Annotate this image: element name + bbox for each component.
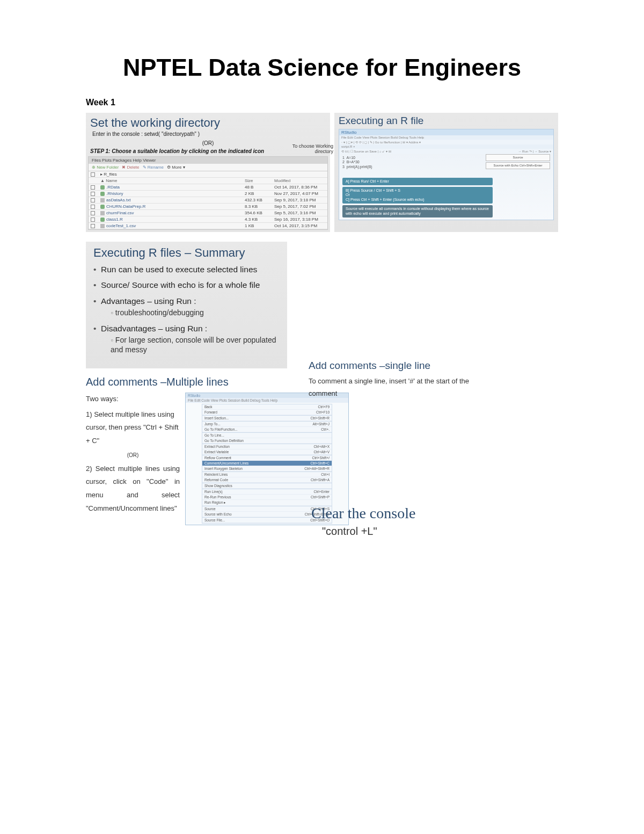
source-echo-button[interactable]: Source with Echo Ctrl+Shift+Enter (486, 162, 550, 169)
menu-item[interactable]: Go To File/Function...Ctrl+. (202, 427, 332, 432)
table-row[interactable]: .RData48 BOct 14, 2017, 8:36 PM (89, 184, 327, 191)
rstudio-window: RStudio File Edit Code View Plots Sessio… (339, 129, 554, 220)
file-icon (100, 211, 105, 215)
summary-list: Run can be used to execute selected line… (93, 264, 281, 354)
checkbox[interactable] (91, 205, 95, 209)
menu-item[interactable]: Run Line(s)Ctrl+Enter (202, 489, 332, 495)
clear-body: "control +L" (311, 525, 472, 538)
wd-balloon: To choose Workingdirectory (292, 144, 333, 155)
panel-summary: Executing R files – Summary Run can be u… (86, 242, 287, 368)
summary-b4-sub: For large section, console will be over … (111, 336, 281, 354)
checkbox[interactable] (91, 185, 95, 190)
file-icon (100, 217, 105, 222)
menu-item[interactable]: Extract FunctionCtrl+Alt+X (202, 444, 332, 449)
callout-b: B] Press Source / Ctrl + Shift + S Or C]… (342, 187, 493, 204)
panel-working-directory: Set the working directory Enter in the c… (86, 113, 330, 232)
checkbox[interactable] (91, 224, 95, 228)
exec-callouts: A] Press Run/ Ctrl + Enter B] Press Sour… (342, 176, 493, 217)
table-row[interactable]: .Rhistory2 KBNov 27, 2017, 4:07 PM (89, 191, 327, 197)
table-row[interactable]: codeTest_1.csv1 KBOct 14, 2017, 3:15 PM (89, 223, 327, 229)
summary-b1: Run can be used to execute selected line… (93, 264, 281, 274)
cmtM-or: (OR) (86, 450, 180, 460)
doc-title: NPTEL Data Science for Engineers (86, 54, 558, 82)
rstudio-toolbar[interactable]: ◦ ▾ | ◻ ▾ | ⟲ ⟳ | ◻ | ✎ | Go to file/fun… (339, 140, 553, 144)
menu-item[interactable]: Comment/Uncomment LinesCtrl+Shift+C (202, 461, 332, 466)
files-path[interactable]: ▸ R_files (89, 171, 327, 178)
menu-item[interactable]: Extract VariableCtrl+Alt+V (202, 449, 332, 455)
checkbox[interactable] (91, 217, 95, 222)
menu-item[interactable]: Jump To...Alt+Shift+J (202, 422, 332, 427)
week-label: Week 1 (86, 98, 558, 107)
menu-item[interactable]: Re-Run PreviousCtrl+Shift+P (202, 495, 332, 500)
callout-note: Source will execute all commands in cons… (342, 205, 493, 217)
menu-item[interactable]: Show Diagnostics (202, 483, 332, 489)
summary-heading: Executing R files – Summary (93, 246, 281, 260)
menu-item[interactable]: Go To Line... (202, 433, 332, 438)
file-icon (100, 192, 105, 196)
menu-item[interactable]: BackCtrl+F9 (202, 404, 332, 410)
wd-heading: Set the working directory (86, 113, 330, 131)
table-row[interactable]: CHURN-DataPrep.R8.3 KBSep 5, 2017, 7:02 … (89, 204, 327, 210)
menu-item[interactable]: Insert Roxygen SkeletonCtrl+Alt+Shift+R (202, 466, 332, 472)
cmtM-two: Two ways: (86, 393, 180, 406)
wd-console-instruction: Enter in the console : setwd( "directory… (86, 131, 330, 140)
rstudio-menubar[interactable]: File Edit Code View Plots Session Build … (339, 135, 553, 140)
clear-heading: Clear the console (311, 505, 472, 522)
exec-heading: Executing an R file (334, 113, 558, 128)
rstudio-titlebar: RStudio (339, 129, 553, 135)
rstudio-script-tab[interactable]: script.R × (339, 144, 553, 149)
summary-b4: Disadvantages – using Run : For large se… (93, 323, 281, 354)
summary-b2: Source/ Source with echo is for a whole … (93, 280, 281, 290)
source-button[interactable]: Source (486, 154, 550, 161)
cmtM-p1: 1) Select multiple lines using cursor, t… (86, 408, 180, 448)
files-header: ▲ Name Size Modified (89, 178, 327, 184)
panel-executing-rfile: Executing an R file RStudio File Edit Co… (334, 113, 558, 232)
checkbox[interactable] (91, 172, 95, 177)
table-row[interactable]: asDataAs.txt432.3 KBSep 9, 2017, 3:18 PM (89, 197, 327, 204)
table-row[interactable]: churnFinal.csv354.6 KBSep 5, 2017, 3:16 … (89, 210, 327, 216)
table-row[interactable]: class1.R4.3 KBSep 16, 2017, 3:18 PM (89, 216, 327, 223)
file-icon (100, 224, 105, 228)
new-folder-button[interactable]: ⊕ New Folder (92, 165, 119, 170)
menu-item[interactable]: ForwardCtrl+F10 (202, 410, 332, 415)
panel-comment-single: Add comments –single line To comment a s… (309, 360, 496, 400)
summary-b3: Advantages – using Run : troubleshooting… (93, 296, 281, 318)
files-tabs[interactable]: Files Plots Packages Help Viewer (89, 157, 327, 164)
checkbox[interactable] (91, 198, 95, 202)
menu-item[interactable]: Go To Function Definition (202, 438, 332, 444)
file-icon (100, 185, 105, 190)
menu-item[interactable]: Reindent LinesCtrl+I (202, 472, 332, 477)
rstudio-source-toolbar[interactable]: ⟲ ⊟ | ☐ Source on Save | ⌕ ↙ ▾ ⊞ → Run ↷… (339, 149, 553, 154)
file-icon (100, 198, 105, 202)
panel-clear-console: Clear the console "control +L" (311, 505, 472, 538)
summary-b3-sub: troubleshooting/debugging (111, 308, 281, 318)
more-button[interactable]: ⚙ More ▾ (167, 165, 185, 170)
cmtM-text: Two ways: 1) Select multiple lines using… (86, 393, 180, 525)
files-toolbar[interactable]: ⊕ New Folder ✖ Delete ✎ Rename ⚙ More ▾ (89, 164, 327, 171)
rename-button[interactable]: ✎ Rename (143, 165, 164, 170)
delete-button[interactable]: ✖ Delete (122, 165, 139, 170)
cmtM-p2: 2) Select multiple lines using cursor, c… (86, 462, 180, 516)
rstudio-source-dropdown[interactable]: Source Source with Echo Ctrl+Shift+Enter (486, 154, 550, 170)
files-pane: Files Plots Packages Help Viewer ⊕ New F… (88, 156, 328, 230)
menu-item[interactable]: Insert Section...Ctrl+Shift+R (202, 416, 332, 421)
menu-item[interactable]: Reflow CommentCtrl+Shift+/ (202, 455, 332, 461)
cmt1-heading: Add comments –single line (309, 360, 496, 372)
menu-item[interactable]: Reformat CodeCtrl+Shift+A (202, 477, 332, 483)
file-icon (100, 205, 105, 209)
checkbox[interactable] (91, 192, 95, 196)
cmt1-body: To comment a single line, insert '#' at … (309, 375, 496, 400)
callout-a: A] Press Run/ Ctrl + Enter (342, 178, 493, 185)
checkbox[interactable] (91, 211, 95, 215)
